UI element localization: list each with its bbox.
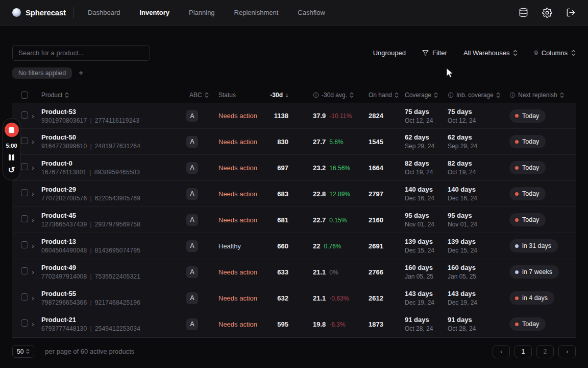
page-1-button[interactable]: 1 [514, 345, 532, 358]
columns-select[interactable]: 9 Columns [534, 49, 576, 57]
pagination: ‹ 1 2 › [493, 345, 576, 358]
column-header-inb-coverage[interactable]: Inb. coverage [445, 91, 501, 99]
nav-item-inventory[interactable]: Inventory [139, 9, 169, 16]
replenish-status-dot [515, 192, 519, 196]
filter-button[interactable]: Filter [422, 49, 447, 57]
info-icon [313, 92, 319, 98]
search-input[interactable] [12, 45, 150, 61]
inb-coverage-date: Sep 29, 24 [448, 143, 501, 150]
brand[interactable]: Spherecast [12, 8, 66, 17]
expand-chevron-icon[interactable]: › [32, 267, 34, 276]
table-row[interactable]: › Product-45 1273665437439|2937979569758… [12, 207, 576, 233]
avg-30d-value: 21.1 [313, 294, 326, 302]
row-checkbox[interactable] [21, 215, 28, 222]
on-hand-value: 1545 [366, 138, 402, 146]
toolbar: Ungrouped Filter All Warehouses 9 Column… [12, 45, 576, 61]
page-size-select[interactable]: 50 [12, 345, 34, 358]
coverage-days: 75 days [405, 108, 445, 116]
expand-chevron-icon[interactable]: › [32, 111, 34, 120]
replenish-status-dot [515, 114, 519, 118]
row-checkbox[interactable] [21, 189, 28, 196]
trend-percent: -10.11% [329, 112, 352, 120]
add-filter-button[interactable]: + [79, 69, 83, 77]
expand-chevron-icon[interactable]: › [32, 293, 34, 302]
replenish-status-dot [515, 166, 519, 170]
trend-percent: 0.76% [324, 243, 341, 250]
table-row[interactable]: › Product-13 0604504490048|8143695074795… [12, 233, 576, 259]
avg-30d-value: 27.7 [313, 138, 326, 146]
inb-coverage-date: Oct 19, 24 [448, 169, 501, 176]
inb-coverage-date: Jan 05, 25 [448, 273, 501, 280]
product-name: Product-0 [41, 159, 186, 167]
abc-badge: A [186, 292, 198, 304]
table-row[interactable]: › Product-21 6793777448130|2549412253034… [12, 311, 576, 337]
replenish-status-dot [515, 218, 519, 222]
replenish-status-dot [515, 244, 519, 248]
sort-updown-icon [395, 92, 399, 98]
table-row[interactable]: › Product-55 7987296654366|9217468425196… [12, 285, 576, 311]
nav-item-dashboard[interactable]: Dashboard [88, 9, 120, 16]
chevron-updown-icon [26, 349, 30, 354]
nav-item-planning[interactable]: Planning [189, 9, 215, 16]
database-icon[interactable] [519, 8, 528, 17]
coverage-days: 91 days [405, 316, 445, 324]
pause-recording-button[interactable] [9, 154, 14, 160]
column-header-product[interactable]: Product [41, 91, 186, 99]
table-row[interactable]: › Product-29 7707202708576|6220543905769… [12, 181, 576, 207]
product-codes: 0604504490048|8143695074795 [41, 247, 186, 254]
stop-recording-button[interactable] [5, 123, 19, 137]
column-header-30d-avg[interactable]: -30d avg. [290, 91, 366, 99]
column-header-on-hand[interactable]: On hand [366, 91, 402, 99]
table-row[interactable]: › Product-50 9164773899610|2481977631264… [12, 129, 576, 155]
sales-last-30d: 660 [266, 242, 290, 250]
product-codes: 7702497914008|7535522405321 [41, 273, 186, 280]
column-header-status[interactable]: Status [214, 91, 266, 99]
replenish-badge: Today [509, 213, 546, 226]
row-checkbox[interactable] [21, 293, 28, 301]
info-icon [509, 92, 516, 98]
next-page-button[interactable]: › [558, 345, 576, 358]
nav-divider [73, 7, 74, 18]
column-header-coverage[interactable]: Coverage [402, 91, 445, 99]
warehouse-select[interactable]: All Warehouses [463, 49, 518, 57]
settings-gear-icon[interactable] [542, 8, 552, 18]
product-codes: 1273665437439|2937979569758 [41, 221, 186, 228]
expand-chevron-icon[interactable]: › [32, 319, 34, 328]
row-checkbox[interactable] [21, 163, 28, 170]
row-checkbox[interactable] [21, 267, 28, 274]
status-text: Needs action [218, 138, 257, 146]
table-row[interactable]: › Product-0 1676776113801|8938959465583 … [12, 155, 576, 181]
expand-chevron-icon[interactable]: › [32, 189, 34, 198]
table-row[interactable]: › Product-53 9301970803617|2774116119243… [12, 103, 576, 129]
logout-icon[interactable] [566, 8, 576, 17]
row-checkbox[interactable] [21, 111, 28, 119]
nav-item-cashflow[interactable]: Cashflow [298, 9, 325, 16]
product-name: Product-21 [41, 316, 186, 324]
product-name: Product-45 [41, 212, 186, 219]
abc-badge: A [186, 266, 198, 278]
restart-recording-button[interactable]: ↺ [8, 166, 15, 174]
sales-last-30d: 595 [266, 320, 290, 328]
prev-page-button[interactable]: ‹ [493, 345, 510, 358]
expand-chevron-icon[interactable]: › [32, 163, 34, 172]
trend-percent: 12.89% [329, 191, 350, 198]
sort-updown-icon [560, 92, 564, 98]
column-header-30d[interactable]: -30d ↓ [266, 91, 290, 99]
sales-last-30d: 681 [266, 216, 290, 224]
expand-chevron-icon[interactable]: › [32, 137, 34, 146]
table-row[interactable]: › Product-49 7702497914008|7535522405321… [12, 259, 576, 285]
row-checkbox[interactable] [21, 319, 28, 327]
row-checkbox[interactable] [21, 241, 28, 248]
sort-updown-icon [496, 92, 500, 98]
row-checkbox[interactable] [21, 137, 28, 144]
expand-chevron-icon[interactable]: › [32, 241, 34, 250]
select-all-checkbox[interactable] [21, 91, 28, 99]
avg-30d-value: 22.7 [313, 216, 326, 224]
column-header-abc[interactable]: ABC [186, 91, 214, 99]
column-header-next-replenish[interactable]: Next replenish [501, 91, 567, 99]
sort-updown-icon [350, 92, 354, 98]
expand-chevron-icon[interactable]: › [32, 215, 34, 224]
page-2-button[interactable]: 2 [536, 345, 554, 358]
nav-item-replenishment[interactable]: Replenishment [234, 9, 279, 16]
ungrouped-button[interactable]: Ungrouped [373, 49, 406, 57]
